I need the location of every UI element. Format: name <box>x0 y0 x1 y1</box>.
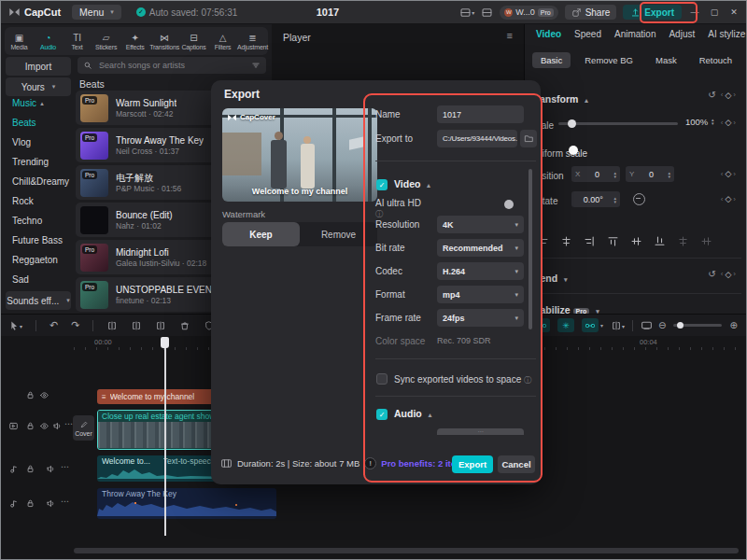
eye-icon[interactable] <box>39 421 49 431</box>
stepper-icon[interactable]: ▴▾ <box>668 171 670 178</box>
sidebar-item-beats[interactable]: Beats <box>6 118 78 128</box>
tab-effects[interactable]: ✦Effects <box>120 27 149 55</box>
sync-checkbox[interactable] <box>376 373 388 385</box>
split-tool-icon[interactable]: ▾ <box>611 319 625 331</box>
reset-icon[interactable]: ↺ <box>708 269 715 279</box>
position-y-field[interactable]: Y0 ▴▾ <box>626 166 674 182</box>
audio-clip-music[interactable]: Throw Away The Key <box>97 488 276 519</box>
subtab-remove-bg[interactable]: Remove BG <box>576 52 641 68</box>
zoom-out-icon[interactable]: ⊖ <box>658 320 666 330</box>
keyframe-control[interactable]: ‹◇› <box>721 91 736 100</box>
close-button[interactable]: ✕ <box>727 7 740 17</box>
scale-slider[interactable] <box>558 122 678 125</box>
audio-checkbox[interactable]: ✓ <box>376 409 388 420</box>
split-left-icon[interactable] <box>106 319 118 331</box>
playhead-handle[interactable] <box>161 337 169 348</box>
scale-slider-thumb[interactable] <box>568 119 576 128</box>
tab-animation[interactable]: Animation <box>614 29 655 39</box>
sidebar-item-rock[interactable]: Rock <box>6 196 78 206</box>
split-icon[interactable] <box>131 319 142 331</box>
browse-folder-button[interactable] <box>520 130 537 147</box>
preview-axis-icon[interactable] <box>582 318 599 332</box>
tab-filters[interactable]: △Filters <box>208 27 237 55</box>
search-input[interactable] <box>97 60 247 71</box>
align-top-icon[interactable] <box>604 233 621 248</box>
rotate-field[interactable]: 0.00° ▴▾ <box>571 191 620 207</box>
stabilize-section-header[interactable]: Stabilize Pro ▾ <box>530 301 743 314</box>
transform-section-header[interactable]: Transform ▴ ↺ ‹◇› <box>530 90 743 103</box>
snap-icon[interactable]: ✳ <box>557 318 574 332</box>
sidebar-item-sad[interactable]: Sad <box>6 274 78 285</box>
align-middle-vertical-icon[interactable] <box>627 233 644 248</box>
sidebar-item-trending[interactable]: Trending <box>6 157 78 167</box>
framerate-select[interactable]: 24fps▾ <box>437 309 524 327</box>
lock-icon[interactable] <box>25 421 35 431</box>
video-checkbox[interactable]: ✓ <box>376 179 388 190</box>
rotate-dial-icon[interactable] <box>633 193 645 205</box>
more-icon[interactable]: ⋯ <box>61 497 69 506</box>
cancel-button[interactable]: Cancel <box>498 455 535 473</box>
subtab-basic[interactable]: Basic <box>532 52 571 68</box>
redo-icon[interactable]: ↷ <box>71 319 79 331</box>
reset-icon[interactable]: ↺ <box>708 90 715 100</box>
timeline-zoom-slider[interactable] <box>673 324 722 327</box>
mute-icon[interactable] <box>46 464 56 474</box>
tab-text[interactable]: TIText <box>63 27 92 55</box>
export-path-field[interactable]: C:/Users/93444/Videos... <box>437 130 517 147</box>
align-center-horizontal-icon[interactable] <box>557 233 574 248</box>
tab-video[interactable]: Video <box>536 29 561 39</box>
export-confirm-button[interactable]: Export <box>452 455 493 473</box>
share-button[interactable]: Share <box>565 5 617 20</box>
tab-stickers[interactable]: ▱Stickers <box>92 27 120 55</box>
tab-captions[interactable]: ⊟Captions <box>179 27 208 55</box>
cover-button[interactable]: Cover <box>73 415 94 441</box>
keyframe-control[interactable]: ‹◇› <box>721 169 736 178</box>
layout-switch-icon[interactable]: ▾ <box>459 7 474 19</box>
tab-media[interactable]: ▣Media <box>5 27 34 55</box>
minimize-button[interactable]: — <box>688 7 701 17</box>
sidebar-item-future-bass[interactable]: Future Bass <box>6 235 78 245</box>
align-right-icon[interactable] <box>581 233 598 248</box>
export-button-top[interactable]: Export <box>623 5 682 20</box>
keep-button[interactable]: Keep <box>222 222 300 246</box>
maximize-button[interactable]: ▢ <box>708 7 721 17</box>
sidebar-item-techno[interactable]: Techno <box>6 216 78 226</box>
playhead-line[interactable] <box>164 337 166 536</box>
eye-icon[interactable] <box>39 390 49 400</box>
menu-button[interactable]: Menu ▾ <box>72 5 121 20</box>
search-bar[interactable] <box>78 57 266 74</box>
position-x-field[interactable]: X0 ▴▾ <box>571 166 620 182</box>
sidebar-item-vlog[interactable]: Vlog <box>6 137 78 147</box>
resolution-select[interactable]: 4K▾ <box>437 216 524 233</box>
align-bottom-icon[interactable] <box>651 233 668 248</box>
sidebar-item-import[interactable]: Import <box>6 57 71 76</box>
split-right-icon[interactable] <box>155 319 166 331</box>
mute-icon[interactable] <box>52 421 63 431</box>
stepper-icon[interactable]: ▴▾ <box>613 171 616 178</box>
sidebar-item-music[interactable]: Music▴ <box>6 98 78 108</box>
delete-icon[interactable] <box>179 319 190 331</box>
blend-section-header[interactable]: Blend ▾ ↺ ‹◇› <box>530 269 743 282</box>
preview-window-icon[interactable] <box>641 319 653 332</box>
remove-button[interactable]: Remove <box>300 222 377 246</box>
tab-adjust[interactable]: Adjust <box>669 29 695 39</box>
lock-icon[interactable] <box>25 498 35 509</box>
format-select[interactable]: mp4▾ <box>437 286 524 303</box>
subtab-retouch[interactable]: Retouch <box>691 52 740 68</box>
zoom-in-icon[interactable]: ⊕ <box>729 320 737 330</box>
timeline-hscrollbar[interactable] <box>74 548 739 553</box>
name-field[interactable]: 1017 <box>437 105 524 123</box>
undo-icon[interactable]: ↶ <box>49 319 58 331</box>
audio-format-select-partial[interactable]: ⋯ <box>437 428 524 435</box>
tab-adjustment[interactable]: ≣Adjustment <box>237 27 268 55</box>
scale-stepper[interactable]: ▴▾ <box>712 118 714 125</box>
sidebar-item-yours[interactable]: Yours▾ <box>6 77 71 96</box>
dialog-scrollbar[interactable] <box>529 169 532 329</box>
select-tool[interactable]: ▾ <box>8 319 22 331</box>
filter-icon[interactable] <box>251 61 261 70</box>
tab-transitions[interactable]: ⋈Transitions <box>149 27 179 55</box>
keyframe-control[interactable]: ‹◇› <box>721 270 736 279</box>
tab-speed[interactable]: Speed <box>574 29 601 39</box>
codec-select[interactable]: H.264▾ <box>437 262 524 280</box>
sidebar-item-reggaeton[interactable]: Reggaeton <box>6 255 78 265</box>
